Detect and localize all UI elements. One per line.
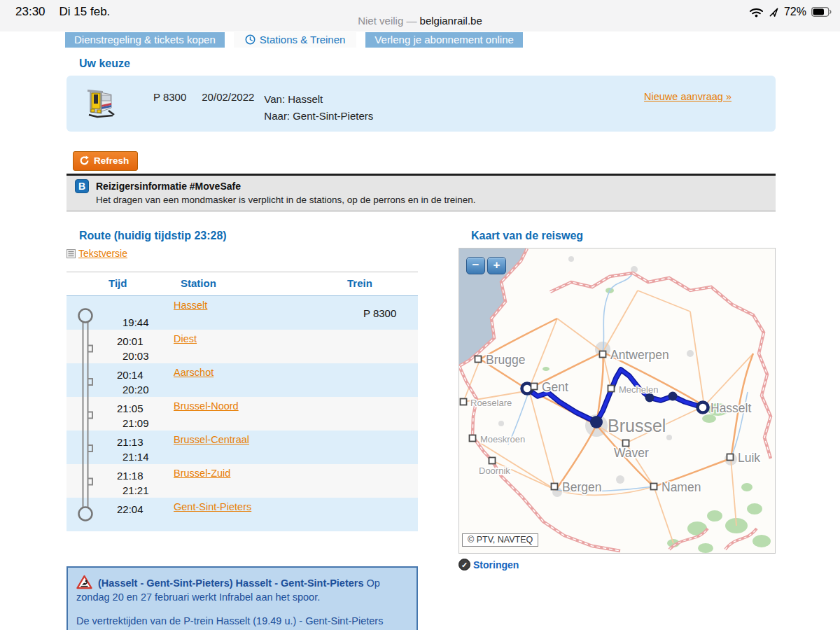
station-link[interactable]: Diest — [174, 333, 197, 344]
station-link[interactable]: Brussel-Centraal — [174, 434, 249, 445]
city-label: Brussel — [608, 416, 666, 435]
disruption-alert-box: (Hasselt - Gent-Sint-Pieters) Hasselt - … — [66, 566, 418, 630]
route-timeline-graphic — [66, 296, 94, 529]
tab-dienstregeling[interactable]: Dienstregeling & tickets kopen — [65, 32, 225, 48]
choice-heading: Uw keuze — [66, 57, 776, 70]
choice-date: 20/02/2022 — [202, 91, 254, 103]
train-cell — [338, 498, 418, 531]
location-arrow-icon — [769, 7, 779, 18]
status-bar: 23:30Di 15 feb. Niet veilig — belgianrai… — [0, 0, 840, 31]
train-cell — [338, 397, 418, 430]
station-link[interactable]: Hasselt — [174, 300, 207, 311]
city-label: Luik — [738, 451, 760, 465]
sncb-b-logo: B — [75, 179, 89, 193]
city-label: Gent — [542, 380, 568, 394]
route-row: 19:44HasseltP 8300 — [66, 296, 418, 330]
alert-paragraph-1: (Hasselt - Gent-Sint-Pieters) Hasselt - … — [76, 575, 408, 604]
station-link[interactable]: Aarschot — [174, 367, 214, 378]
train-cell: P 8300 — [338, 296, 418, 330]
station-cell: Brussel-Centraal — [174, 430, 338, 464]
route-heading: Route (huidig tijdstip 23:28) — [66, 230, 418, 242]
city-label: Namen — [662, 480, 701, 494]
train-cell — [338, 330, 418, 363]
train-cell — [338, 464, 418, 498]
city-marker — [531, 384, 538, 390]
city-label: Antwerpen — [610, 348, 669, 362]
new-request-link[interactable]: Nieuwe aanvraag » — [644, 91, 732, 102]
zoom-out-button[interactable]: − — [466, 257, 485, 274]
map-heading: Kaart van de reisweg — [458, 230, 776, 242]
route-column: Route (huidig tijdstip 23:28) Tekstversi… — [66, 221, 418, 630]
time-cell: 21:1821:21 — [94, 464, 174, 498]
time-cell: 19:44 — [94, 296, 174, 330]
url-domain: belgianrail.be — [420, 15, 482, 27]
tab-abonnement[interactable]: Verleng je abonnement online — [365, 32, 523, 48]
route-row: 20:0120:03Diest — [66, 330, 418, 363]
city-marker — [727, 454, 734, 461]
route-row: 20:1420:20Aarschot — [66, 363, 418, 397]
route-map[interactable]: BruggeAntwerpenGentRoeselareMechelenMoes… — [458, 248, 776, 554]
map-canvas: BruggeAntwerpenGentRoeselareMechelenMoes… — [459, 248, 776, 554]
time-cell: 22:04 — [94, 498, 174, 531]
train-cell — [338, 363, 418, 397]
column-header-tijd: Tijd — [94, 277, 174, 289]
zoom-in-button[interactable]: + — [487, 257, 506, 274]
page-content: Uw keuze P 8300 20/02/2022 Van: Hasselt … — [66, 57, 776, 630]
route-stop-major — [590, 416, 603, 428]
city-marker — [470, 435, 476, 442]
city-label: Bergen — [562, 480, 601, 494]
station-link[interactable]: Brussel-Noord — [174, 400, 239, 412]
station-cell: Hasselt — [174, 296, 338, 330]
route-table-header: Tijd Station Trein — [66, 272, 418, 296]
alert-paragraph-2: De vertrektijden van de P-trein Hasselt … — [76, 614, 408, 630]
choice-origin-destination: Van: Hasselt Naar: Gent-Sint-Pieters — [264, 91, 373, 125]
text-version-icon — [66, 249, 76, 258]
city-marker — [475, 356, 482, 363]
notice-body: Het dragen van een mondmasker is verplic… — [96, 195, 767, 205]
clock-icon — [245, 34, 255, 45]
checkmark-icon: ✓ — [458, 559, 470, 570]
city-marker — [608, 386, 615, 392]
refresh-button[interactable]: Refresh — [73, 151, 138, 171]
column-header-station: Station — [174, 277, 338, 289]
route-table-body: 19:44HasseltP 830020:0120:03Diest20:1420… — [66, 296, 418, 531]
storingen-label: Storingen — [473, 559, 519, 570]
tab-stations-treinen[interactable]: Stations & Treinen — [234, 32, 357, 48]
choice-to: Naar: Gent-Sint-Pieters — [264, 108, 373, 125]
text-version-link[interactable]: Tekstversie — [78, 248, 127, 259]
map-attribution: © PTV, NAVTEQ — [462, 533, 538, 547]
battery-icon — [811, 7, 832, 17]
column-header-trein: Trein — [338, 277, 418, 289]
city-label: Roeselare — [470, 398, 512, 408]
station-link[interactable]: Brussel-Zuid — [174, 468, 230, 479]
status-right: 72% — [749, 6, 832, 18]
station-cell: Brussel-Noord — [174, 397, 338, 430]
train-icon — [83, 87, 117, 119]
choice-panel: P 8300 20/02/2022 Van: Hasselt Naar: Gen… — [66, 76, 776, 132]
station-cell: Brussel-Zuid — [174, 464, 338, 498]
route-stop-stop — [668, 392, 678, 401]
map-zoom-controls: − + — [466, 257, 506, 274]
route-row: 21:0521:09Brussel-Noord — [66, 397, 418, 430]
route-row: 21:1321:14Brussel-Centraal — [66, 430, 418, 464]
station-link[interactable]: Gent-Sint-Pieters — [174, 501, 251, 512]
route-stop-terminus — [698, 402, 708, 413]
route-row: 22:04Gent-Sint-Pieters — [66, 498, 418, 531]
choice-from: Van: Hasselt — [264, 91, 373, 108]
storingen-toggle[interactable]: ✓ Storingen — [458, 559, 776, 570]
city-marker — [600, 351, 606, 358]
main-tab-bar: Dienstregeling & tickets kopenStations &… — [0, 31, 840, 48]
movesafe-banner: B Reizigersinformatie #MoveSafe Het drag… — [66, 174, 776, 211]
city-marker — [552, 484, 558, 490]
time-cell: 21:1321:14 — [94, 430, 174, 464]
city-label: Mechelen — [619, 384, 658, 395]
station-cell: Diest — [174, 330, 338, 363]
address-indicator[interactable]: Niet veilig — belgianrail.be — [0, 15, 840, 27]
city-marker — [461, 399, 467, 405]
city-label: Brugge — [486, 353, 525, 367]
battery-percent: 72% — [784, 6, 806, 18]
city-marker — [489, 458, 496, 464]
city-label: Hasselt — [710, 401, 751, 415]
city-label: Doornik — [479, 465, 510, 476]
city-markers-and-labels: BruggeAntwerpenGentRoeselareMechelenMoes… — [461, 348, 761, 494]
